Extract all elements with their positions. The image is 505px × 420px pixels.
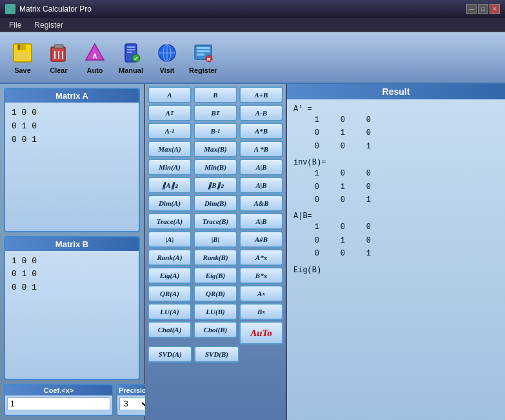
btn-row-8: Trace(A) Trace(B) A|B (148, 213, 283, 230)
btn-lua[interactable]: LU(A) (148, 303, 192, 320)
btn-lub[interactable]: LU(B) (193, 303, 237, 320)
file-menu[interactable]: File (3, 19, 28, 31)
btn-dima[interactable]: Dim(A) (148, 195, 192, 212)
btn-row-11: Eig(A) Eig(B) B*x (148, 267, 283, 284)
register-menu[interactable]: Register (28, 19, 70, 31)
svg-rect-24 (197, 54, 204, 55)
btn-aminusb[interactable]: A-B (239, 105, 283, 121)
btn-aorb[interactable]: A|B (239, 159, 283, 175)
result-invb-row-3: 0 0 1 (306, 194, 499, 206)
svg-rect-5 (54, 45, 63, 48)
result-at-r1c3: 0 (358, 114, 371, 126)
btn-aandb[interactable]: A&B (239, 195, 283, 212)
svg-rect-3 (18, 45, 20, 50)
clear-button[interactable]: Clear (43, 41, 75, 74)
btn-detb[interactable]: |B| (193, 231, 237, 248)
result-section-at: A' = 1 0 0 0 1 0 0 0 1 (293, 105, 499, 153)
visit-icon (155, 41, 179, 65)
btn-qrb[interactable]: QR(B) (193, 285, 237, 302)
btn-apowx[interactable]: Ax (239, 285, 283, 302)
btn-ainv[interactable]: A-1 (148, 123, 192, 139)
btn-ahashb[interactable]: A#B (239, 231, 283, 248)
visit-button[interactable]: Visit (151, 41, 183, 74)
btn-b[interactable]: B (193, 86, 237, 103)
matrix-b-content[interactable]: 1 0 0 0 1 0 0 0 1 (5, 251, 139, 299)
btn-aorb3[interactable]: A|B (239, 213, 283, 230)
btn-bmulx[interactable]: B*x (239, 267, 283, 284)
register-label: Register (189, 66, 217, 74)
matrix-a-row-1: 1 0 0 (12, 106, 132, 120)
matrix-b-title: Matrix B (5, 237, 139, 251)
menu-bar: File Register (0, 18, 505, 32)
main-content: Matrix A 1 0 0 0 1 0 0 0 1 Matrix B 1 0 … (0, 84, 505, 420)
svg-rect-22 (197, 47, 210, 49)
btn-amulb2[interactable]: A *B (239, 141, 283, 157)
result-aorb-row-1: 1 0 0 (306, 221, 499, 234)
result-invb-matrix: 1 0 0 0 1 0 0 0 1 (306, 167, 499, 206)
btn-binv[interactable]: B-1 (193, 123, 237, 139)
btn-svda[interactable]: SVD(A) (148, 346, 192, 363)
btn-a[interactable]: A (148, 86, 192, 103)
btn-normb[interactable]: ‖B‖₂ (193, 177, 237, 194)
coef-input[interactable] (7, 397, 110, 410)
visit-label: Visit (159, 66, 174, 74)
btn-rankb[interactable]: Rank(B) (193, 249, 237, 266)
register-icon: R (191, 41, 215, 65)
auto-toolbar-button[interactable]: A Auto (79, 41, 111, 74)
result-content: A' = 1 0 0 0 1 0 0 0 1 (287, 99, 505, 420)
btn-row-9: |A| |B| A#B (148, 231, 283, 248)
btn-maxb[interactable]: Max(B) (193, 141, 237, 157)
minimize-button[interactable]: — (466, 4, 477, 14)
btn-row-2: AT BT A-B (148, 105, 283, 121)
btn-auto[interactable]: AuTo (239, 321, 283, 345)
btn-cholb[interactable]: Chol(B) (193, 321, 237, 338)
save-button[interactable]: Save (6, 41, 39, 74)
btn-at[interactable]: AT (148, 105, 192, 121)
maximize-button[interactable]: □ (478, 4, 488, 14)
matrix-a-row-2: 0 1 0 (12, 120, 132, 134)
result-aorb-row-3: 0 0 1 (306, 247, 499, 260)
btn-deta[interactable]: |A| (148, 231, 192, 248)
toolbar: Save Clear A Auto (0, 32, 505, 84)
svg-rect-14 (127, 52, 132, 53)
btn-ranka[interactable]: Rank(A) (148, 249, 192, 266)
register-button[interactable]: R Register (187, 41, 219, 74)
matrix-b-row-1: 1 0 0 (12, 255, 132, 268)
btn-bt[interactable]: BT (193, 105, 237, 121)
result-aorb-matrix: 1 0 0 0 1 0 0 0 1 (306, 221, 499, 260)
matrix-a-title: Matrix A (5, 89, 139, 103)
btn-chola[interactable]: Chol(A) (148, 321, 192, 338)
result-title: Result (287, 84, 505, 99)
btn-tracea[interactable]: Trace(A) (148, 213, 192, 230)
btn-traceb[interactable]: Trace(B) (193, 213, 237, 230)
btn-amulx[interactable]: A*x (239, 249, 283, 266)
matrix-a-box: Matrix A 1 0 0 0 1 0 0 0 1 (4, 88, 140, 232)
auto-label: Auto (86, 66, 103, 74)
btn-maxa[interactable]: Max(A) (148, 141, 192, 157)
svg-rect-13 (127, 49, 135, 50)
btn-aplusb[interactable]: A+B (239, 86, 283, 103)
btn-amulb[interactable]: A*B (239, 123, 283, 139)
manual-button[interactable]: ✓ Manual (115, 41, 147, 74)
matrix-a-row-3: 0 0 1 (12, 134, 132, 147)
coef-label: Coef.<x> (5, 385, 112, 395)
close-button[interactable]: ✕ (490, 4, 500, 14)
middle-panel: A B A+B AT BT A-B A-1 B-1 A*B Max(A) Max… (145, 84, 287, 420)
save-label: Save (14, 66, 31, 74)
btn-mina[interactable]: Min(A) (148, 159, 192, 175)
btn-row-12: QR(A) QR(B) Ax (148, 285, 283, 302)
result-aorb-row-2: 0 1 0 (306, 234, 499, 247)
btn-eigb[interactable]: Eig(B) (193, 267, 237, 284)
matrix-a-content[interactable]: 1 0 0 0 1 0 0 0 1 (5, 103, 139, 150)
btn-qra[interactable]: QR(A) (148, 285, 192, 302)
btn-dimb[interactable]: Dim(B) (193, 195, 237, 212)
result-at-label: A' = (293, 105, 312, 114)
btn-eiga[interactable]: Eig(A) (148, 267, 192, 284)
btn-norma[interactable]: ‖A‖₂ (148, 177, 192, 194)
btn-minb[interactable]: Min(B) (193, 159, 237, 175)
btn-aorb2[interactable]: A|B (239, 177, 283, 194)
btn-svdb[interactable]: SVD(B) (194, 346, 239, 363)
btn-row-7: Dim(A) Dim(B) A&B (148, 195, 283, 212)
btn-bpowx[interactable]: Bx (239, 303, 283, 320)
result-eigb-label: Eig(B) (293, 266, 321, 275)
